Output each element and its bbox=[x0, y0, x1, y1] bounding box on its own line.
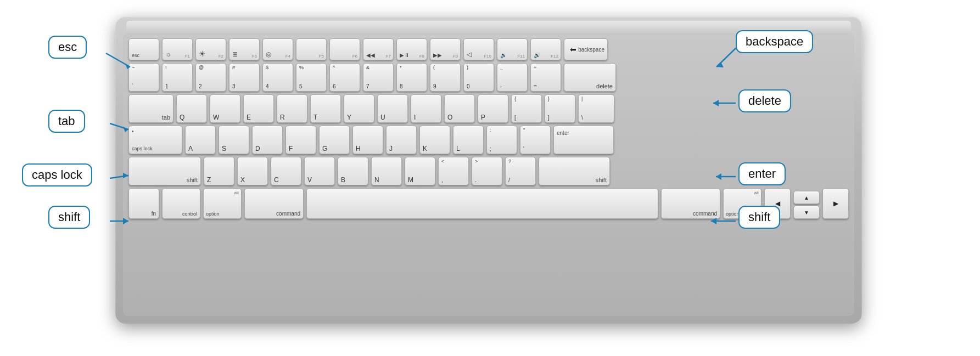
minus-bottom: - bbox=[500, 84, 502, 89]
key-j[interactable]: J bbox=[386, 126, 417, 154]
key-4[interactable]: $ 4 bbox=[262, 63, 293, 92]
f9-icon: ▶▶ bbox=[433, 52, 442, 58]
key-5[interactable]: % 5 bbox=[296, 63, 327, 92]
key-minus[interactable]: _ - bbox=[497, 63, 528, 92]
key-g[interactable]: G bbox=[319, 126, 350, 154]
key-quote[interactable]: " ' bbox=[520, 126, 551, 154]
bracket-open-top: { bbox=[514, 97, 516, 101]
key-b[interactable]: B bbox=[338, 157, 368, 185]
key-0[interactable]: ) 0 bbox=[463, 63, 494, 92]
key-f[interactable]: F bbox=[285, 126, 316, 154]
key-f9[interactable]: ▶▶ F9 bbox=[430, 38, 461, 60]
key-command-left[interactable]: command bbox=[244, 188, 304, 219]
key9-bottom: 9 bbox=[433, 84, 436, 89]
key-space[interactable] bbox=[306, 188, 658, 219]
key-tilde[interactable]: ~ ` bbox=[128, 63, 159, 92]
f7-icon: ◀◀ bbox=[366, 52, 375, 58]
semicolon-top: : bbox=[490, 128, 491, 133]
key-backspace[interactable]: ⬅ backspace bbox=[564, 38, 608, 60]
key-esc[interactable]: esc bbox=[128, 38, 159, 60]
key-period[interactable]: > . bbox=[472, 157, 502, 185]
key-w[interactable]: W bbox=[210, 94, 240, 123]
key-s[interactable]: S bbox=[219, 126, 249, 154]
key-d[interactable]: D bbox=[252, 126, 283, 154]
key-capslock[interactable]: • caps lock bbox=[128, 126, 182, 154]
g-label: G bbox=[322, 145, 327, 152]
key-c[interactable]: C bbox=[271, 157, 301, 185]
key-f10[interactable]: ◁ F10 bbox=[463, 38, 494, 60]
key0-top: ) bbox=[467, 65, 468, 70]
key-equals[interactable]: + = bbox=[530, 63, 561, 92]
key-x[interactable]: X bbox=[237, 157, 268, 185]
key-p[interactable]: P bbox=[478, 94, 508, 123]
key-h[interactable]: H bbox=[352, 126, 383, 154]
esc-label: esc bbox=[58, 40, 77, 54]
key-r[interactable]: R bbox=[277, 94, 307, 123]
key-backslash[interactable]: | \ bbox=[578, 94, 614, 123]
key-command-right[interactable]: command bbox=[661, 188, 720, 219]
equals-bottom: = bbox=[534, 84, 537, 89]
key-2[interactable]: @ 2 bbox=[195, 63, 226, 92]
key-tab[interactable]: tab bbox=[128, 94, 173, 123]
key-f1[interactable]: ☼ F1 bbox=[162, 38, 193, 60]
key-7[interactable]: & 7 bbox=[363, 63, 394, 92]
key2-bottom: 2 bbox=[199, 84, 202, 89]
shift-right-callout: shift bbox=[738, 206, 780, 229]
key-n[interactable]: N bbox=[371, 157, 402, 185]
key-q[interactable]: Q bbox=[176, 94, 207, 123]
key-slash[interactable]: ? / bbox=[505, 157, 536, 185]
tab-callout: tab bbox=[48, 110, 85, 133]
key-f12[interactable]: 🔊 F12 bbox=[530, 38, 561, 60]
key-bracket-open[interactable]: { [ bbox=[511, 94, 542, 123]
key-3[interactable]: # 3 bbox=[229, 63, 260, 92]
key4-bottom: 4 bbox=[266, 84, 269, 89]
key-bracket-close[interactable]: } ] bbox=[545, 94, 575, 123]
key-f5[interactable]: F5 bbox=[296, 38, 327, 60]
key9-top: ( bbox=[433, 65, 435, 70]
key-f6[interactable]: F6 bbox=[329, 38, 360, 60]
key-z[interactable]: Z bbox=[204, 157, 234, 185]
key-6[interactable]: ^ 6 bbox=[329, 63, 360, 92]
key-8[interactable]: * 8 bbox=[396, 63, 427, 92]
key-semicolon[interactable]: : ; bbox=[486, 126, 517, 154]
key-enter[interactable]: enter bbox=[553, 126, 614, 154]
key-1[interactable]: ! 1 bbox=[162, 63, 193, 92]
key-9[interactable]: ( 9 bbox=[430, 63, 461, 92]
key-l[interactable]: L bbox=[453, 126, 484, 154]
tab-key-label: tab bbox=[162, 114, 170, 121]
key3-bottom: 3 bbox=[232, 84, 236, 89]
key-f8[interactable]: ▶⏸ F8 bbox=[396, 38, 427, 60]
key-control[interactable]: control bbox=[162, 188, 200, 219]
key-a[interactable]: A bbox=[185, 126, 216, 154]
key-arrow-down[interactable]: ▼ bbox=[793, 206, 820, 219]
key-shift-right[interactable]: shift bbox=[539, 157, 610, 185]
key-f3[interactable]: ⊞ F3 bbox=[229, 38, 260, 60]
slash-top: ? bbox=[508, 159, 511, 164]
key-arrow-right[interactable]: ▶ bbox=[822, 188, 849, 219]
key-arrow-up[interactable]: ▲ bbox=[793, 191, 820, 204]
key-delete[interactable]: delete bbox=[564, 63, 616, 92]
key6-top: ^ bbox=[333, 65, 335, 70]
key-k[interactable]: K bbox=[419, 126, 450, 154]
o-label: O bbox=[447, 114, 452, 121]
key-u[interactable]: U bbox=[377, 94, 408, 123]
key-e[interactable]: E bbox=[243, 94, 274, 123]
key-comma[interactable]: < , bbox=[438, 157, 469, 185]
key-m[interactable]: M bbox=[405, 157, 435, 185]
key-t[interactable]: T bbox=[310, 94, 341, 123]
key-shift-left[interactable]: shift bbox=[128, 157, 201, 185]
caps-lock-label: caps lock bbox=[32, 168, 82, 182]
key-v[interactable]: V bbox=[304, 157, 335, 185]
key-f7[interactable]: ◀◀ F7 bbox=[363, 38, 394, 60]
option-left-alt-label: alt bbox=[234, 190, 239, 195]
key-o[interactable]: O bbox=[444, 94, 475, 123]
key-f4[interactable]: ◎ F4 bbox=[262, 38, 293, 60]
key-i[interactable]: I bbox=[411, 94, 441, 123]
key-fn[interactable]: fn bbox=[128, 188, 159, 219]
key-f11[interactable]: 🔉 F11 bbox=[497, 38, 528, 60]
key-y[interactable]: Y bbox=[344, 94, 374, 123]
key-f2[interactable]: ☀ F2 bbox=[195, 38, 226, 60]
key-option-left[interactable]: alt option bbox=[203, 188, 242, 219]
key7-top: & bbox=[366, 65, 369, 70]
f2-icon: ☀ bbox=[199, 49, 206, 58]
